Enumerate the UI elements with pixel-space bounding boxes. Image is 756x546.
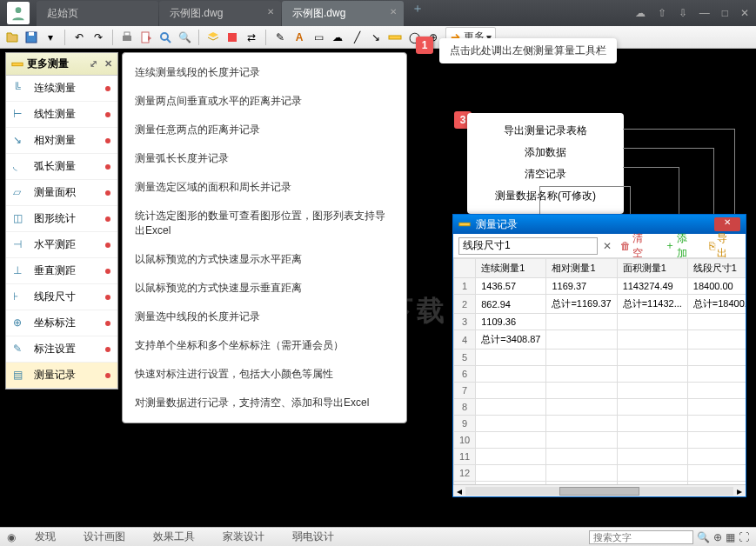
cell[interactable]: 总计=11432... bbox=[617, 295, 687, 314]
cell[interactable] bbox=[617, 350, 687, 366]
measure-item-6[interactable]: ⊣水平测距 bbox=[6, 232, 117, 258]
cell[interactable] bbox=[546, 314, 617, 330]
minimize-icon[interactable]: — bbox=[699, 7, 710, 19]
scroll-left-icon[interactable]: ◂ bbox=[457, 485, 462, 497]
cell[interactable] bbox=[546, 416, 617, 432]
cell[interactable]: 1143274.49 bbox=[617, 278, 687, 295]
cell[interactable] bbox=[687, 330, 746, 350]
find-icon[interactable] bbox=[158, 30, 172, 44]
measure-item-4[interactable]: ▱测量面积 bbox=[6, 180, 117, 206]
cell[interactable] bbox=[617, 432, 687, 449]
cell[interactable]: 总计=18400... bbox=[687, 295, 746, 314]
layers-icon[interactable] bbox=[206, 30, 220, 44]
grid-icon[interactable]: ▦ bbox=[726, 531, 735, 543]
cell[interactable] bbox=[687, 465, 746, 482]
open-icon[interactable] bbox=[5, 30, 19, 44]
color-icon[interactable] bbox=[225, 30, 239, 44]
cell[interactable] bbox=[546, 366, 617, 383]
horizontal-scrollbar[interactable]: ◂ ▸ bbox=[453, 484, 746, 496]
cell[interactable] bbox=[546, 383, 617, 399]
add-button[interactable]: ＋添加 bbox=[661, 230, 700, 263]
cell[interactable] bbox=[476, 416, 546, 432]
cell[interactable] bbox=[687, 366, 746, 383]
cell[interactable]: 1109.36 bbox=[476, 314, 546, 330]
maximize-icon[interactable]: □ bbox=[722, 7, 728, 19]
tab-start[interactable]: 起始页 bbox=[37, 1, 158, 26]
cell[interactable] bbox=[476, 350, 546, 366]
cell[interactable]: 1436.57 bbox=[476, 278, 546, 295]
cell[interactable]: 18400.00 bbox=[687, 278, 746, 295]
col-header[interactable]: 面积测量1 bbox=[617, 259, 687, 278]
compass-icon[interactable]: ◉ bbox=[7, 531, 16, 543]
measure-item-8[interactable]: ⊦线段尺寸 bbox=[6, 284, 117, 310]
cell[interactable] bbox=[546, 482, 617, 485]
leader-icon[interactable]: ↘ bbox=[369, 30, 383, 44]
search-icon[interactable]: 🔍 bbox=[697, 531, 710, 543]
cell[interactable] bbox=[546, 432, 617, 449]
cell[interactable] bbox=[546, 350, 617, 366]
cell[interactable] bbox=[617, 449, 687, 465]
line-icon[interactable]: ╱ bbox=[350, 30, 364, 44]
print-icon[interactable] bbox=[120, 30, 134, 44]
cell[interactable] bbox=[687, 314, 746, 330]
cell[interactable] bbox=[617, 465, 687, 482]
cell[interactable] bbox=[687, 383, 746, 399]
sb-tab-home[interactable]: 家装设计 bbox=[214, 529, 273, 544]
cell[interactable]: 1169.37 bbox=[546, 278, 617, 295]
cloud-mark-icon[interactable]: ☁ bbox=[331, 30, 345, 44]
tab-dwg-2[interactable]: 示例图.dwg✕ bbox=[282, 1, 404, 26]
sb-tab-design[interactable]: 设计画图 bbox=[75, 529, 134, 544]
target-icon[interactable]: ⊕ bbox=[713, 531, 722, 543]
upload-icon[interactable]: ⇧ bbox=[658, 7, 666, 19]
cloud-icon[interactable]: ☁ bbox=[635, 7, 646, 19]
zoom-icon[interactable]: 🔍 bbox=[177, 30, 191, 44]
cell[interactable] bbox=[617, 383, 687, 399]
text-icon[interactable]: A bbox=[292, 30, 306, 44]
cell[interactable]: 862.94 bbox=[476, 295, 546, 314]
measure-item-10[interactable]: ✎标注设置 bbox=[6, 336, 117, 363]
search-input[interactable] bbox=[589, 530, 693, 544]
cell[interactable]: 总计=3408.87 bbox=[476, 330, 546, 350]
cell[interactable] bbox=[617, 366, 687, 383]
fullscreen-icon[interactable]: ⛶ bbox=[739, 531, 749, 543]
download-icon[interactable]: ⇩ bbox=[679, 7, 687, 19]
redo-icon[interactable]: ↷ bbox=[91, 30, 105, 44]
measure-item-9[interactable]: ⊕坐标标注 bbox=[6, 310, 117, 336]
cell[interactable] bbox=[476, 432, 546, 449]
record-table[interactable]: 连续测量1相对测量1面积测量1线段尺寸111436.571169.3711432… bbox=[453, 258, 746, 484]
cell[interactable] bbox=[546, 330, 617, 350]
cell[interactable] bbox=[687, 449, 746, 465]
cell[interactable] bbox=[617, 330, 687, 350]
user-avatar[interactable] bbox=[7, 2, 30, 24]
clear-input-icon[interactable]: ✕ bbox=[603, 240, 612, 252]
tab-dwg-1[interactable]: 示例图.dwg✕ bbox=[159, 1, 281, 26]
close-icon[interactable]: ✕ bbox=[390, 7, 397, 17]
measure-item-1[interactable]: ⊢线性测量 bbox=[6, 102, 117, 128]
cell[interactable] bbox=[687, 416, 746, 432]
col-header[interactable]: 连续测量1 bbox=[476, 259, 546, 278]
new-tab-button[interactable]: ＋ bbox=[405, 1, 431, 26]
close-icon[interactable]: ✕ bbox=[267, 7, 274, 17]
measure-item-3[interactable]: ◟弧长测量 bbox=[6, 154, 117, 180]
cell[interactable] bbox=[476, 366, 546, 383]
ruler-icon[interactable] bbox=[388, 30, 402, 44]
close-icon[interactable]: ✕ bbox=[104, 58, 112, 70]
record-name-input[interactable] bbox=[458, 237, 598, 255]
export-button[interactable]: ⎘导出 bbox=[706, 230, 740, 263]
measure-item-7[interactable]: ⊥垂直测距 bbox=[6, 258, 117, 284]
cell[interactable] bbox=[617, 416, 687, 432]
cell[interactable] bbox=[476, 383, 546, 399]
cell[interactable] bbox=[617, 314, 687, 330]
cell[interactable] bbox=[476, 465, 546, 482]
measure-item-0[interactable]: ╚连续测量 bbox=[6, 76, 117, 102]
pin-icon[interactable]: ⤢ bbox=[90, 58, 97, 70]
chevron-down-icon[interactable]: ▾ bbox=[43, 30, 57, 44]
cell[interactable] bbox=[687, 350, 746, 366]
cell[interactable]: 总计=1169.37 bbox=[546, 295, 617, 314]
pencil-icon[interactable]: ✎ bbox=[273, 30, 287, 44]
close-icon[interactable]: ✕ bbox=[740, 7, 749, 19]
export-icon[interactable] bbox=[139, 30, 153, 44]
save-icon[interactable] bbox=[24, 30, 38, 44]
sb-tab-discover[interactable]: 发现 bbox=[26, 529, 64, 544]
undo-icon[interactable]: ↶ bbox=[72, 30, 86, 44]
